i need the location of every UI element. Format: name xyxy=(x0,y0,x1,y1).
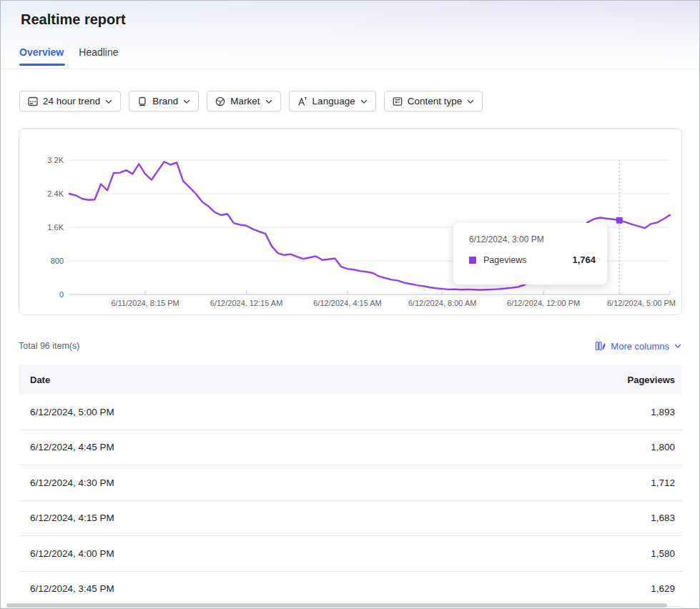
pageviews-cell: 1,893 xyxy=(651,407,682,417)
page-header: Realtime report Overview Headline xyxy=(1,1,699,69)
table-row: 6/12/2024, 4:15 PM1,683 xyxy=(19,501,682,537)
filter-label: Market xyxy=(230,96,260,107)
pageviews-cell: 1,629 xyxy=(651,583,682,594)
table-row: 6/12/2024, 4:45 PM1,800 xyxy=(19,430,682,466)
x-axis-label: 6/12/2024, 5:00 PM xyxy=(607,299,676,307)
y-axis-label: 800 xyxy=(51,257,64,265)
x-axis-label: 6/12/2024, 4:15 AM xyxy=(313,299,381,307)
date-cell: 6/12/2024, 4:15 PM xyxy=(19,513,114,523)
tab-headline-label: Headline xyxy=(79,46,118,58)
page-title: Realtime report xyxy=(21,11,126,28)
filter-content-type[interactable]: Content type xyxy=(384,91,483,112)
column-header-pageviews: Pageviews xyxy=(628,375,683,385)
table-row: 6/12/2024, 4:00 PM1,580 xyxy=(19,536,682,572)
tab-overview[interactable]: Overview xyxy=(19,46,64,66)
date-cell: 6/12/2024, 4:00 PM xyxy=(19,548,114,559)
globe-icon xyxy=(215,96,226,107)
table-row: 6/12/2024, 4:30 PM1,712 xyxy=(19,465,682,501)
table-header-row: Date Pageviews xyxy=(19,365,682,395)
chart-tooltip: 6/12/2024, 3:00 PM Pageviews 1,764 xyxy=(453,223,607,284)
table-row: 6/12/2024, 3:45 PM1,629 xyxy=(19,572,682,608)
horizontal-scrollbar-thumb[interactable] xyxy=(6,603,667,608)
filter-label: Brand xyxy=(152,96,178,107)
y-axis-label: 0 xyxy=(59,290,64,299)
filter-label: Language xyxy=(312,96,355,107)
column-edit-icon xyxy=(595,340,606,352)
pageviews-cell: 1,712 xyxy=(651,477,682,488)
filter-label: 24 hour trend xyxy=(43,96,100,107)
date-cell: 6/12/2024, 4:30 PM xyxy=(19,477,114,488)
filter-language[interactable]: Language xyxy=(289,91,376,112)
chevron-down-icon xyxy=(674,342,682,350)
date-cell: 6/12/2024, 4:45 PM xyxy=(19,442,114,452)
pageviews-cell: 1,580 xyxy=(651,548,682,559)
tooltip-timestamp: 6/12/2024, 3:00 PM xyxy=(469,234,596,244)
table-row: 6/12/2024, 5:00 PM1,893 xyxy=(19,395,682,430)
filter-bar: 24 hour trend Brand Market xyxy=(19,91,483,112)
y-axis-label: 1.6K xyxy=(47,223,64,232)
x-axis-label: 6/12/2024, 12:15 AM xyxy=(210,299,283,307)
series-swatch xyxy=(469,257,476,264)
tab-headline[interactable]: Headline xyxy=(79,46,118,66)
highlight-marker xyxy=(616,217,623,224)
chevron-down-icon xyxy=(360,97,368,106)
chevron-down-icon xyxy=(104,97,113,106)
x-axis-label: 6/12/2024, 8:00 AM xyxy=(408,299,476,307)
active-tab-indicator xyxy=(19,64,65,66)
realtime-report-page: Realtime report Overview Headline 24 hou… xyxy=(0,0,700,609)
filter-market[interactable]: Market xyxy=(207,91,280,112)
pageviews-table: Date Pageviews 6/12/2024, 5:00 PM1,8936/… xyxy=(19,365,682,607)
tooltip-series-name: Pageviews xyxy=(483,255,526,265)
device-icon xyxy=(137,96,148,107)
date-cell: 6/12/2024, 5:00 PM xyxy=(19,407,114,417)
y-axis-label: 2.4K xyxy=(47,189,64,198)
chevron-down-icon xyxy=(182,97,191,106)
tooltip-row: Pageviews 1,764 xyxy=(469,254,596,265)
tooltip-value: 1,764 xyxy=(572,254,596,265)
chart-canvas: 3.2K2.4K1.6K80006/11/2024, 8:15 PM6/12/2… xyxy=(19,129,683,316)
tab-overview-label: Overview xyxy=(19,46,64,58)
filter-brand[interactable]: Brand xyxy=(129,91,199,112)
chevron-down-icon xyxy=(265,97,273,106)
date-cell: 6/12/2024, 3:45 PM xyxy=(19,583,114,594)
content-type-icon xyxy=(392,96,403,107)
x-axis-label: 6/11/2024, 8:15 PM xyxy=(112,299,179,307)
table-body: 6/12/2024, 5:00 PM1,8936/12/2024, 4:45 P… xyxy=(19,395,682,607)
column-header-date: Date xyxy=(19,375,50,385)
more-columns-button[interactable]: More columns xyxy=(595,340,682,352)
filter-label: Content type xyxy=(408,96,463,107)
total-items-text: Total 96 item(s) xyxy=(19,341,79,351)
tab-bar: Overview Headline xyxy=(19,46,119,66)
pageviews-cell: 1,800 xyxy=(651,442,682,452)
y-axis-label: 3.2K xyxy=(47,156,64,164)
more-columns-label: More columns xyxy=(611,341,669,352)
table-toolbar: Total 96 item(s) More columns xyxy=(19,337,682,355)
pageviews-trend-chart[interactable]: 3.2K2.4K1.6K80006/11/2024, 8:15 PM6/12/2… xyxy=(19,128,682,315)
translate-icon xyxy=(297,96,308,107)
calendar-trend-icon xyxy=(27,96,39,107)
x-axis-label: 6/12/2024, 12:00 PM xyxy=(507,299,580,307)
filter-24-hour-trend[interactable]: 24 hour trend xyxy=(19,91,121,112)
chevron-down-icon xyxy=(466,97,475,106)
pageviews-cell: 1,683 xyxy=(651,513,682,523)
